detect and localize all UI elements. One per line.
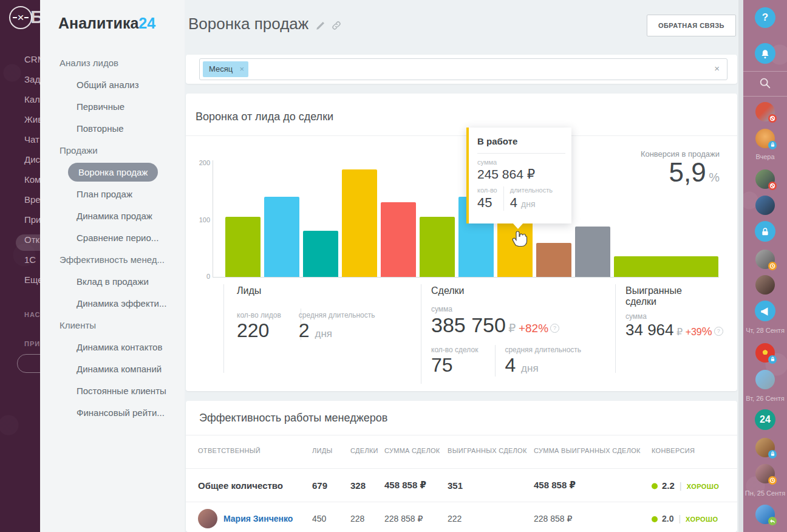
link-icon[interactable] (331, 20, 342, 31)
funnel-bar-4[interactable] (381, 202, 416, 277)
rail-bitrix24[interactable]: 24 (755, 409, 775, 430)
rail-button-megaphone[interactable] (755, 301, 775, 321)
analytics-sidebar: Аналитика24 Анализ лидовОбщий анализПерв… (40, 0, 185, 532)
rail-contact-a5[interactable] (755, 250, 775, 269)
bitrix-menu-item-10[interactable]: 1С (0, 250, 40, 270)
rail-contact-a4[interactable] (755, 196, 775, 215)
column-header-6[interactable]: КОНВЕРСИЯ (652, 447, 695, 454)
bitrix-menu-item-4[interactable]: Чат (0, 129, 40, 149)
sidebar-item-1-1[interactable]: План продаж (40, 183, 185, 205)
funnel-bar-10[interactable] (614, 256, 718, 277)
funnel-bar-8[interactable] (536, 243, 571, 277)
badge-blocked-icon (768, 182, 777, 190)
sidebar-section-2[interactable]: Эффективность менед... (40, 249, 185, 271)
rail-contact-a9[interactable] (755, 438, 775, 457)
rail-button-search[interactable] (755, 77, 775, 92)
help-badge-icon[interactable]: ? (550, 324, 559, 333)
sidebar-item-3-1[interactable]: Динамика компаний (40, 358, 185, 380)
contact-avatar (755, 370, 775, 389)
help-badge-icon[interactable]: ? (714, 327, 723, 336)
cell-leads: 450 (312, 514, 326, 523)
funnel-bar-2[interactable] (303, 231, 338, 277)
rail-button-lock[interactable] (755, 221, 775, 242)
bitrix-menu-item-2[interactable]: Кал (0, 89, 40, 109)
sidebar-item-0-1[interactable]: Первичные (40, 96, 185, 118)
filter-input[interactable]: Месяц× × (199, 58, 727, 80)
funnel-bar-1[interactable] (264, 197, 299, 277)
stat-rule (615, 284, 616, 373)
rail-contact-a8[interactable] (755, 370, 775, 389)
rail-button-help[interactable]: ? (755, 7, 775, 28)
sidebar-section-3[interactable]: Клиенты (40, 315, 185, 336)
sidebar-item-2-1[interactable]: Динамика эффекти... (40, 293, 185, 315)
sidebar-item-3-2[interactable]: Постоянные клиенты (40, 380, 185, 402)
funnel-bar-5[interactable] (420, 217, 455, 277)
badge-lock-icon (768, 141, 777, 149)
edit-title-icon[interactable] (315, 20, 326, 31)
date-separator: Вчера (743, 153, 787, 160)
bitrix-settings-label[interactable]: НАСТ (24, 311, 40, 318)
managers-panel: Эффективность работы менеджеров ОТВЕТСТВ… (186, 401, 737, 532)
sidebar-item-2-0[interactable]: Вклад в продажи (40, 271, 185, 293)
rail-contact-a6[interactable] (755, 275, 775, 295)
bitrix-invite-button[interactable] (17, 354, 40, 373)
cell-name[interactable]: Мария Зинченко (223, 514, 293, 523)
sidebar-section-0[interactable]: Анализ лидов (40, 52, 185, 74)
rail-divider (743, 71, 787, 72)
y-tick-0: 0 (189, 273, 210, 280)
bitrix-menu-item-6[interactable]: Ком (0, 169, 40, 189)
column-header-4[interactable]: ВЫИГРАННЫХ СДЕЛОК (448, 447, 527, 454)
managers-title: Эффективность работы менеджеров (199, 412, 387, 425)
date-separator: Пн, 25 Сентя (743, 489, 787, 497)
bitrix-menu-item-11[interactable]: Еще (0, 270, 40, 290)
bitrix-menu-item-7[interactable]: Вре (0, 189, 40, 210)
close-slider-button[interactable]: × (9, 6, 32, 29)
rail-contact-a1[interactable] (755, 102, 775, 121)
sidebar-item-0-2[interactable]: Повторные (40, 118, 185, 140)
sidebar-item-0-0[interactable]: Общий анализ (40, 74, 185, 96)
cell-deals-sum: 228 858 ₽ (384, 514, 423, 523)
sidebar-item-1-2[interactable]: Динамика продаж (40, 205, 185, 227)
bitrix-invite-label[interactable]: ПРИ (24, 340, 40, 347)
column-header-2[interactable]: СДЕЛКИ (350, 447, 378, 454)
bitrix-menu-item-9[interactable]: Отк (0, 230, 40, 250)
leads-count-value: 220 (237, 319, 281, 342)
sidebar-item-3-3[interactable]: Финансовый рейти... (40, 402, 185, 424)
filter-clear-icon[interactable]: × (714, 63, 720, 73)
column-header-5[interactable]: СУММА ВЫИГРАННЫХ СДЕЛОК (534, 447, 641, 454)
rail-contact-a10[interactable] (755, 464, 775, 483)
sidebar-item-1-0[interactable]: Воронка продаж (40, 162, 185, 183)
column-header-0[interactable]: ОТВЕТСТВЕННЫЙ (198, 447, 261, 454)
y-tick-200: 200 (189, 159, 210, 166)
column-header-3[interactable]: СУММА СДЕЛОК (384, 447, 440, 454)
app-logo[interactable]: Аналитика24 (58, 15, 155, 32)
rail-contact-a7[interactable] (755, 343, 775, 363)
deals-sum-label: сумма (431, 305, 581, 313)
chip-remove-icon[interactable]: × (240, 61, 245, 77)
cell-leads: 679 (312, 480, 327, 491)
stat-rule (421, 284, 421, 384)
funnel-bar-3[interactable] (342, 169, 377, 277)
column-header-1[interactable]: ЛИДЫ (312, 447, 333, 454)
bitrix-menu-item-3[interactable]: Жив (0, 109, 40, 129)
bitrix-menu-item-0[interactable]: CRM (0, 49, 40, 69)
divider (186, 435, 737, 435)
bitrix-menu-item-5[interactable]: Дис (0, 149, 40, 169)
stat-won-title-1: Выигранные (625, 285, 723, 296)
sidebar-item-3-0[interactable]: Динамика контактов (40, 336, 185, 358)
filter-chip-month[interactable]: Месяц× (203, 61, 248, 77)
rail-contact-a11[interactable] (755, 505, 775, 524)
bitrix-menu-item-1[interactable]: Зад (0, 69, 40, 89)
rail-button-notifications[interactable] (755, 43, 775, 64)
funnel-bar-0[interactable] (225, 217, 261, 277)
rail-contact-a3[interactable] (755, 169, 775, 189)
bitrix-menu-item-8[interactable]: При (0, 210, 40, 230)
sidebar-section-1[interactable]: Продажи (40, 140, 185, 162)
app-logo-suffix: 24 (138, 15, 155, 32)
feedback-button[interactable]: ОБРАТНАЯ СВЯЗЬ (647, 15, 736, 36)
sidebar-item-1-3[interactable]: Сравнение перио... (40, 227, 185, 249)
rail-contact-a2[interactable] (755, 129, 775, 148)
stat-deals: Сделки сумма 385 750 ₽ +82%? кол-во сдел… (431, 285, 581, 377)
tooltip-duration-label: длительность (510, 186, 553, 194)
funnel-bar-9[interactable] (575, 227, 610, 277)
